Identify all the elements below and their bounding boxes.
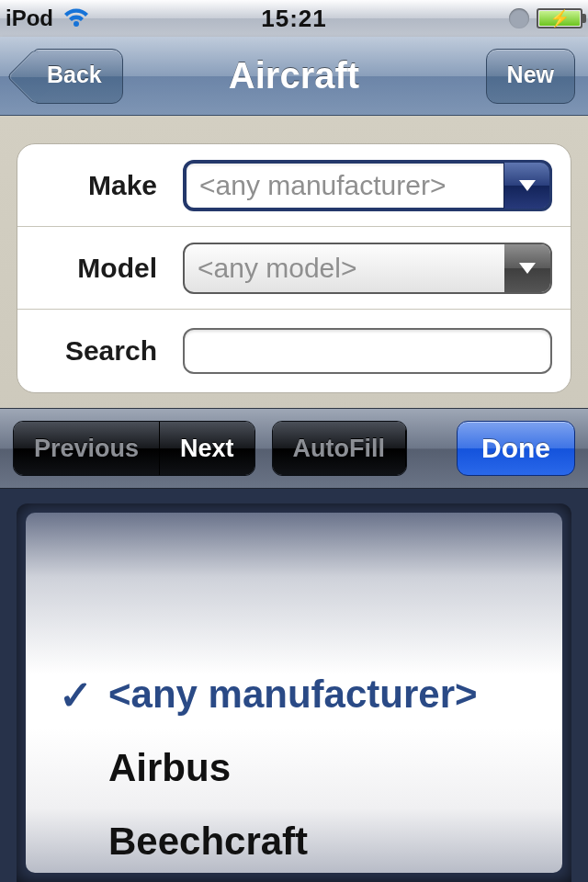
done-button-label: Done	[481, 433, 550, 464]
model-label: Model	[36, 253, 183, 284]
next-button[interactable]: Next	[160, 422, 254, 475]
search-label: Search	[36, 335, 183, 367]
checkmark-icon: ✓	[59, 672, 93, 718]
picker-wheel[interactable]: ✓<any manufacturer>AirbusBeechcraft	[26, 513, 562, 873]
picker-option-label: Beechcraft	[108, 820, 308, 864]
picker-option[interactable]: Beechcraft	[26, 805, 562, 873]
back-button[interactable]: Back	[33, 49, 123, 104]
status-bar: iPod 15:21 ⚡	[0, 0, 588, 37]
model-select-value: <any model>	[198, 253, 356, 284]
search-input[interactable]	[183, 328, 552, 374]
form-row-search: Search	[17, 310, 571, 392]
picker-option[interactable]: Airbus	[26, 731, 562, 805]
new-button-label: New	[507, 62, 554, 88]
prev-next-segment: Previous Next	[13, 421, 255, 476]
search-form: Make <any manufacturer> Model <any model…	[17, 143, 571, 393]
model-select[interactable]: <any model>	[183, 243, 552, 294]
chevron-down-icon	[503, 163, 549, 209]
form-row-model: Model <any model>	[17, 227, 571, 310]
nav-bar: Back Aircraft New	[0, 37, 588, 116]
make-select[interactable]: <any manufacturer>	[183, 160, 552, 211]
chevron-down-icon	[504, 244, 550, 292]
picker-option-label: <any manufacturer>	[108, 673, 478, 717]
autofill-button[interactable]: AutoFill	[273, 422, 406, 475]
previous-button-label: Previous	[34, 435, 139, 463]
page-title: Aircraft	[229, 55, 359, 96]
picker-area: ✓<any manufacturer>AirbusBeechcraft	[0, 489, 588, 882]
picker-option[interactable]: ✓<any manufacturer>	[26, 658, 562, 731]
form-assistant-bar: Previous Next AutoFill Done	[0, 408, 588, 489]
wifi-icon	[62, 8, 90, 28]
picker-option-label: Airbus	[108, 746, 231, 790]
next-button-label: Next	[180, 435, 234, 463]
make-select-value: <any manufacturer>	[199, 170, 447, 201]
done-button[interactable]: Done	[457, 421, 575, 476]
new-button[interactable]: New	[486, 49, 575, 104]
clock-label: 15:21	[261, 5, 327, 33]
back-button-label: Back	[47, 62, 102, 88]
carrier-label: iPod	[6, 6, 53, 31]
battery-icon: ⚡	[537, 8, 582, 28]
make-label: Make	[36, 170, 183, 201]
autofill-button-label: AutoFill	[293, 435, 385, 463]
form-row-make: Make <any manufacturer>	[17, 144, 571, 227]
autofill-segment: AutoFill	[272, 421, 407, 476]
picker-frame: ✓<any manufacturer>AirbusBeechcraft	[17, 503, 571, 882]
previous-button[interactable]: Previous	[14, 422, 160, 475]
alarm-icon	[509, 8, 529, 28]
